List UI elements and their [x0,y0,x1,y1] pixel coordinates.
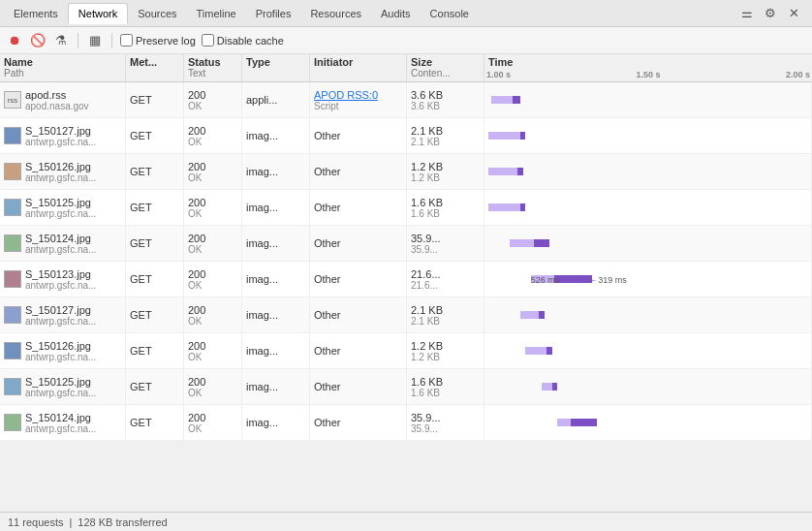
bar-receiving [513,96,520,104]
bar-receiving [552,383,558,390]
td-name: S_150127.jpg antwrp.gsfc.na... [0,118,126,153]
td-timeline [484,82,812,117]
td-size: 2.1 KB 2.1 KB [407,297,484,332]
tab-console[interactable]: Console [421,4,479,23]
file-path: antwrp.gsfc.na... [25,137,96,147]
th-size[interactable]: Size Conten... [407,54,484,81]
td-initiator: Other [310,369,407,404]
preserve-log-label[interactable]: Preserve log [120,34,196,47]
bar-receiving [517,168,523,175]
table-row[interactable]: S_150125.jpg antwrp.gsfc.na... GET 200 O… [0,369,812,405]
status-text: OK [188,316,237,327]
group-button[interactable]: ▦ [86,32,104,49]
timeline-track [488,308,807,322]
td-timeline [484,369,812,404]
size-text: 2.1 KB [411,304,480,316]
status-code: 200 [188,268,237,280]
size-sub: 1.6 KB [411,388,480,398]
status-text: OK [188,101,237,111]
th-timeline[interactable]: Time 1.00 s 1.50 s 2.00 s [484,54,812,81]
disable-cache-checkbox[interactable] [202,34,214,47]
type-text: appli... [246,94,305,106]
close-icon[interactable]: ✕ [785,5,802,22]
th-method[interactable]: Met... [126,54,184,81]
size-sub: 21.6... [411,280,480,291]
bar-receiving [520,203,526,211]
type-text: imag... [246,273,305,285]
bar-receiving [539,311,545,319]
table-row[interactable]: S_150127.jpg antwrp.gsfc.na... GET 200 O… [0,297,812,333]
initiator-text: Other [314,381,402,392]
preserve-log-checkbox[interactable] [120,34,133,47]
status-text: OK [188,423,237,434]
bar-waiting [557,419,571,426]
td-name: S_150124.jpg antwrp.gsfc.na... [0,405,126,440]
status-text: OK [188,352,237,362]
tab-sources[interactable]: Sources [128,4,186,23]
file-path: antwrp.gsfc.na... [25,352,96,362]
table-row[interactable]: S_150127.jpg antwrp.gsfc.na... GET 200 O… [0,118,812,154]
bar-label2: ←319 ms [589,275,627,285]
initiator-link[interactable]: APOD RSS:0 [314,89,402,101]
table-row[interactable]: S_150123.jpg antwrp.gsfc.na... GET 200 O… [0,262,812,297]
td-initiator: Other [310,154,407,189]
table-body: rss apod.rss apod.nasa.gov GET 200 OK ap… [0,82,812,441]
network-table: Name Path Met... Status Text Type Initia… [0,54,812,512]
timeline-track [488,129,807,142]
tab-network[interactable]: Network [68,3,128,24]
settings-icon[interactable]: ⚙ [762,5,779,22]
td-type: imag... [242,369,310,404]
timeline-track [488,416,807,429]
tab-profiles[interactable]: Profiles [246,4,301,23]
td-status: 200 OK [184,190,242,225]
size-text: 1.2 KB [411,340,480,352]
table-row[interactable]: rss apod.rss apod.nasa.gov GET 200 OK ap… [0,82,812,118]
td-timeline [484,118,812,153]
network-toolbar: ⏺ 🚫 ⚗ ▦ Preserve log Disable cache [0,27,812,54]
bar-waiting [510,239,534,247]
file-path: antwrp.gsfc.na... [25,316,96,327]
type-text: imag... [246,237,305,249]
td-type: imag... [242,154,310,189]
clear-button[interactable]: 🚫 [29,32,47,49]
table-row[interactable]: S_150126.jpg antwrp.gsfc.na... GET 200 O… [0,154,812,190]
td-size: 1.6 KB 1.6 KB [407,190,484,225]
record-button[interactable]: ⏺ [6,32,23,49]
status-code: 200 [188,233,237,244]
tab-resources[interactable]: Resources [300,4,371,23]
file-name: S_150124.jpg [25,233,96,244]
filter-button[interactable]: ⚗ [52,32,70,49]
td-size: 2.1 KB 2.1 KB [407,118,484,153]
tab-timeline[interactable]: Timeline [187,4,246,23]
initiator-text: Other [314,202,402,213]
td-timeline [484,333,812,368]
disable-cache-label[interactable]: Disable cache [202,34,284,47]
size-text: 21.6... [411,268,480,280]
tab-elements[interactable]: Elements [4,4,68,23]
table-row[interactable]: S_150124.jpg antwrp.gsfc.na... GET 200 O… [0,226,812,262]
td-status: 200 OK [184,118,242,153]
td-method: GET [126,190,184,225]
file-thumbnail [4,199,21,216]
td-method: GET [126,82,184,117]
th-name[interactable]: Name Path [0,54,126,81]
td-method: GET [126,262,184,297]
size-text: 1.6 KB [411,376,480,388]
th-status[interactable]: Status Text [184,54,242,81]
status-code: 200 [188,412,237,423]
table-row[interactable]: S_150125.jpg antwrp.gsfc.na... GET 200 O… [0,190,812,226]
tabs-bar: Elements Network Sources Timeline Profil… [0,0,812,27]
size-sub: 2.1 KB [411,137,480,147]
table-row[interactable]: S_150124.jpg antwrp.gsfc.na... GET 200 O… [0,405,812,441]
status-text: OK [188,388,237,398]
dock-icon[interactable]: ⚌ [738,5,756,22]
initiator-sub: Script [314,101,402,111]
th-type[interactable]: Type [242,54,310,81]
table-row[interactable]: S_150126.jpg antwrp.gsfc.na... GET 200 O… [0,333,812,369]
size-text: 35.9... [411,412,480,423]
timeline-track [488,380,807,393]
tab-audits[interactable]: Audits [371,4,421,23]
file-path: antwrp.gsfc.na... [25,280,96,291]
td-status: 200 OK [184,154,242,189]
th-initiator[interactable]: Initiator [310,54,407,81]
